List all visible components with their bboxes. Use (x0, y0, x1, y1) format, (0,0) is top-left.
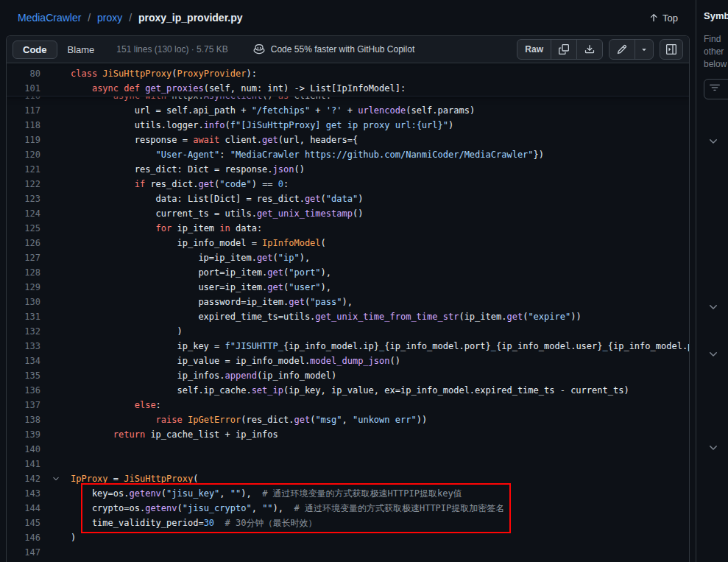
line-number[interactable]: 146 (7, 530, 40, 545)
line-number[interactable]: 133 (7, 339, 40, 354)
code-text: for ip_item in data: (40, 221, 689, 236)
line-number[interactable]: 128 (7, 265, 40, 280)
chevron-down-icon[interactable] (707, 442, 719, 454)
line-number[interactable]: 141 (7, 457, 40, 471)
code-line: 147 (7, 545, 689, 560)
code-line: 145 time_validity_period=30 # 30分钟（最长时效） (7, 516, 689, 530)
code-text: key=os.getenv("jisu_key", ""), # 通过环境变量的… (40, 486, 689, 501)
line-number[interactable]: 80 (7, 66, 40, 81)
chevron-down-icon[interactable] (707, 348, 719, 360)
code-text: async def get_proxies(self, num: int) ->… (40, 81, 689, 96)
top-button-label: Top (662, 13, 678, 24)
symbols-panel-toggle-button[interactable] (660, 39, 683, 60)
download-button[interactable] (576, 40, 602, 59)
line-number[interactable]: 147 (7, 545, 40, 560)
file-view-card: Code Blame 151 lines (130 loc) · 5.75 KB… (6, 35, 690, 562)
line-number[interactable]: 119 (7, 133, 40, 147)
code-text: crypto=os.getenv("jisu_crypto", ""), # 通… (40, 501, 689, 516)
line-number[interactable]: 124 (7, 206, 40, 221)
file-toolbar: Code Blame 151 lines (130 loc) · 5.75 KB… (7, 36, 689, 63)
code-text: else: (40, 398, 689, 412)
line-number[interactable]: 101 (7, 81, 40, 96)
line-number[interactable]: 137 (7, 398, 40, 412)
copilot-banner[interactable]: Code 55% faster with GitHub Copilot (253, 43, 414, 57)
line-number[interactable]: 129 (7, 280, 40, 295)
line-number[interactable]: 135 (7, 368, 40, 383)
code-line: 125 for ip_item in data: (7, 221, 689, 236)
code-line: 121 res_dict: Dict = response.json() (7, 162, 689, 177)
line-number[interactable]: 139 (7, 427, 40, 442)
github-file-page: MediaCrawler / proxy / proxy_ip_provider… (0, 0, 728, 562)
copy-icon (559, 44, 569, 55)
side-panel-icon (666, 44, 676, 55)
code-text: ip=ip_item.get("ip"), (40, 250, 689, 265)
line-number[interactable]: 132 (7, 324, 40, 339)
sticky-context-lines: 80class JiSuHttpProxy(ProxyProvider):101… (7, 66, 689, 96)
chevron-down-icon[interactable] (707, 136, 719, 147)
code-line: 134 ip_value = ip_info_model.model_dump_… (7, 354, 689, 368)
tab-code[interactable]: Code (13, 41, 57, 59)
pencil-icon (617, 44, 627, 55)
code-line: 124 current_ts = utils.get_unix_timestam… (7, 206, 689, 221)
code-text: response = await client.get(url, headers… (40, 133, 689, 147)
line-number[interactable]: 136 (7, 383, 40, 398)
line-number[interactable]: 143 (7, 486, 40, 501)
code-line: 101 async def get_proxies(self, num: int… (7, 81, 689, 96)
code-text: password=ip_item.get("pass"), (40, 295, 689, 309)
chevron-down-icon[interactable] (707, 301, 719, 313)
raw-actions-group: Raw (517, 39, 603, 60)
code-line: 146) (7, 530, 689, 545)
breadcrumb-folder-link[interactable]: proxy (97, 12, 122, 24)
code-line: 80class JiSuHttpProxy(ProxyProvider): (7, 66, 689, 81)
toolbar-actions: Raw (517, 39, 683, 60)
line-number[interactable]: 138 (7, 412, 40, 427)
line-number[interactable]: 127 (7, 250, 40, 265)
fold-chevron-icon[interactable] (52, 474, 60, 483)
copilot-banner-text: Code 55% faster with GitHub Copilot (271, 44, 414, 55)
line-number[interactable]: 123 (7, 192, 40, 206)
copy-button[interactable] (551, 40, 576, 59)
tab-blame[interactable]: Blame (57, 41, 105, 59)
line-number[interactable]: 126 (7, 236, 40, 250)
breadcrumb-repo-link[interactable]: MediaCrawler (18, 12, 81, 24)
breadcrumb-separator: / (88, 12, 91, 24)
code-lines: 116 async with httpx.AsyncClient() as cl… (7, 88, 689, 560)
line-number[interactable]: 125 (7, 221, 40, 236)
line-number[interactable]: 120 (7, 147, 40, 162)
line-number[interactable]: 117 (7, 103, 40, 118)
line-number[interactable]: 144 (7, 501, 40, 516)
code-text: data: List[Dict] = res_dict.get("data") (40, 192, 689, 206)
edit-button-group (609, 39, 654, 60)
description-line: below (704, 58, 728, 71)
raw-button[interactable]: Raw (517, 40, 551, 59)
line-number[interactable]: 140 (7, 442, 40, 457)
code-line: 123 data: List[Dict] = res_dict.get("dat… (7, 192, 689, 206)
line-number[interactable]: 134 (7, 354, 40, 368)
edit-button[interactable] (609, 40, 635, 59)
code-line: 140 (7, 442, 689, 457)
code-text: self.ip_cache.set_ip(ip_key, ip_value, e… (40, 383, 689, 398)
code-line: 144 crypto=os.getenv("jisu_crypto", ""),… (7, 501, 689, 516)
code-text: ip_info_model = IpInfoModel( (40, 236, 689, 250)
line-number[interactable]: 118 (7, 118, 40, 133)
code-line: 132 ) (7, 324, 689, 339)
code-line: 135 ip_infos.append(ip_info_model) (7, 368, 689, 383)
line-number[interactable]: 145 (7, 516, 40, 530)
line-number[interactable]: 122 (7, 177, 40, 192)
code-line: 127 ip=ip_item.get("ip"), (7, 250, 689, 265)
code-line: 131 expired_time_ts=utils.get_unix_time_… (7, 309, 689, 324)
symbols-filter-input[interactable] (704, 79, 728, 99)
code-text: utils.logger.info(f"[JiSuHttpProxy] get … (40, 118, 689, 133)
edit-dropdown-button[interactable] (635, 40, 653, 59)
scroll-to-top-button[interactable]: Top (649, 13, 678, 24)
line-number[interactable]: 121 (7, 162, 40, 177)
code-text: ip_key = f"JISUHTTP_{ip_info_model.ip}_{… (40, 339, 689, 354)
code-line: 122 if res_dict.get("code") == 0: (7, 177, 689, 192)
main-content: MediaCrawler / proxy / proxy_ip_provider… (0, 0, 696, 562)
code-text: ) (40, 324, 689, 339)
line-number[interactable]: 130 (7, 295, 40, 309)
code-text: port=ip_item.get("port"), (40, 265, 689, 280)
line-number[interactable]: 142 (7, 471, 40, 486)
code-line: 129 user=ip_item.get("user"), (7, 280, 689, 295)
line-number[interactable]: 131 (7, 309, 40, 324)
